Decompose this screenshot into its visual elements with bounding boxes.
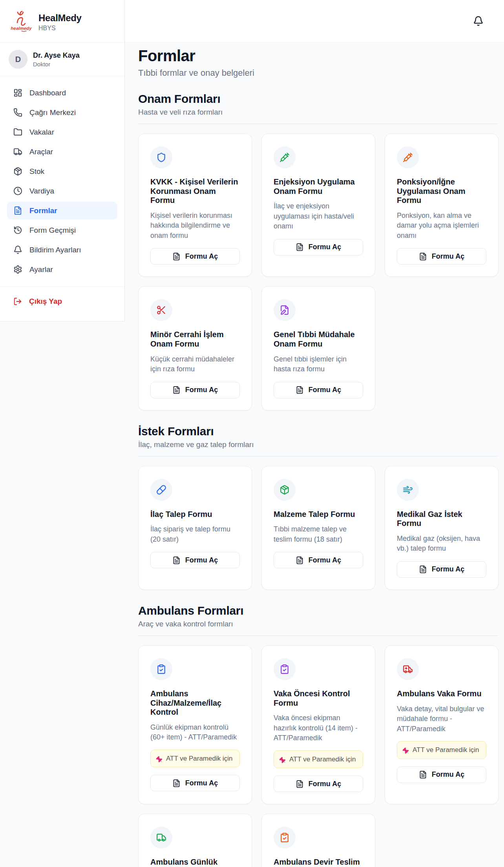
card-grid: İlaç Talep Formu İlaç sipariş ve talep f… <box>138 466 499 590</box>
card-grid: KVKK - Kişisel Verilerin Korunması Onam … <box>138 133 499 411</box>
truck-icon <box>13 147 22 156</box>
section-divider <box>138 124 499 124</box>
layout-dashboard-icon <box>13 88 22 97</box>
clipboard-check-icon <box>279 832 290 843</box>
card-title: Genel Tıbbi Müdahale Onam Formu <box>274 330 363 349</box>
form-sections: Onam Formları Hasta ve veli rıza formlar… <box>138 92 499 867</box>
sidebar-item-label: Stok <box>29 167 44 176</box>
card-description: Ponksiyon, kan alma ve damar yolu açma i… <box>397 211 486 241</box>
open-form-button[interactable]: Formu Aç <box>274 552 363 568</box>
logout-button[interactable]: Çıkış Yap <box>7 292 117 310</box>
ambulance-icon <box>403 664 413 674</box>
sidebar-item-label: Formlar <box>29 206 57 215</box>
open-form-button-label: Formu Aç <box>309 386 341 394</box>
file-text-icon <box>419 770 427 779</box>
sidebar-item-label: Vardiya <box>29 187 54 195</box>
file-text-icon <box>172 556 181 564</box>
open-form-button[interactable]: Formu Aç <box>397 561 486 578</box>
open-form-button[interactable]: Formu Aç <box>397 248 486 265</box>
brand-name: HealMedy <box>38 13 82 24</box>
card-icon-circle <box>150 658 172 680</box>
syringe-icon <box>279 152 290 162</box>
open-form-button[interactable]: Formu Aç <box>150 775 240 791</box>
section-subtitle: Hasta ve veli rıza formları <box>138 108 499 117</box>
open-form-button[interactable]: Formu Aç <box>150 248 240 265</box>
brand-product: HBYS <box>38 25 82 32</box>
sidebar-item-label: Bildirim Ayarları <box>29 246 81 254</box>
page-subtitle: Tıbbi formlar ve onay belgeleri <box>138 68 499 78</box>
form-card: İlaç Talep Formu İlaç sipariş ve talep f… <box>138 466 252 590</box>
bell-icon <box>13 245 22 254</box>
open-form-button[interactable]: Formu Aç <box>274 776 363 792</box>
form-card: Vaka Öncesi Kontrol Formu Vaka öncesi ek… <box>261 645 375 804</box>
open-form-button[interactable]: Formu Aç <box>150 382 240 398</box>
card-description: Küçük cerrahi müdahaleler için rıza form… <box>150 354 240 374</box>
sidebar-item-label: Ayarlar <box>29 265 53 274</box>
healmedy-logo: healmedy <box>9 9 34 35</box>
file-text-icon <box>172 252 181 261</box>
open-form-button[interactable]: Formu Aç <box>274 239 363 256</box>
card-description: Vaka öncesi ekipman hazırlık kontrolü (1… <box>274 713 363 743</box>
form-card: Ambulans Devir Teslim Formu Araç devir t… <box>261 814 375 867</box>
clipboard-check-icon <box>156 664 166 674</box>
sidebar-item-ara-lar[interactable]: Araçlar <box>7 143 117 161</box>
card-title: Ambulans Devir Teslim Formu <box>274 858 363 867</box>
card-title: KVKK - Kişisel Verilerin Korunması Onam … <box>150 177 240 205</box>
log-out-icon <box>13 297 22 306</box>
file-text-icon <box>296 386 304 394</box>
sidebar-item-formlar[interactable]: Formlar <box>7 202 117 219</box>
card-description: Genel tıbbi işlemler için hasta rıza for… <box>274 354 363 374</box>
truck-icon <box>156 832 166 843</box>
open-form-button-label: Formu Aç <box>432 565 464 573</box>
form-card: Malzeme Talep Formu Tıbbi malzeme talep … <box>261 466 375 590</box>
open-form-button[interactable]: Formu Aç <box>150 552 240 568</box>
card-role-badge: ATT ve Paramedik için <box>397 741 486 759</box>
sidebar-item-ayarlar[interactable]: Ayarlar <box>7 261 117 278</box>
svg-text:healmedy: healmedy <box>11 26 32 31</box>
card-icon-circle <box>274 299 296 321</box>
card-icon-circle <box>150 827 172 849</box>
sidebar-item-label: Dashboard <box>29 89 66 97</box>
notifications-bell-button[interactable] <box>471 13 486 29</box>
sidebar-item-stok[interactable]: Stok <box>7 162 117 180</box>
pill-icon <box>156 485 166 495</box>
sidebar-item-dashboard[interactable]: Dashboard <box>7 84 117 102</box>
page-title: Formlar <box>138 47 499 65</box>
form-card: Ambulans Vaka Formu Vaka detay, vital bu… <box>385 645 499 804</box>
topbar <box>125 0 504 42</box>
card-title: Medikal Gaz İstek Formu <box>397 510 486 528</box>
file-text-icon <box>13 206 22 215</box>
sidebar-item-vardiya[interactable]: Vardiya <box>7 182 117 200</box>
open-form-button-label: Formu Aç <box>185 386 218 394</box>
card-description: İlaç ve enjeksiyon uygulaması için hasta… <box>274 201 363 232</box>
form-card: Genel Tıbbi Müdahale Onam Formu Genel tı… <box>261 286 375 410</box>
open-form-button-label: Formu Aç <box>432 770 464 779</box>
card-title: Minör Cerrahi İşlem Onam Formu <box>150 330 240 349</box>
user-name: Dr. Ayse Kaya <box>33 51 80 60</box>
card-title: Ambulans Cihaz/Malzeme/İlaç Kontrol <box>150 689 240 717</box>
pushpin-icon <box>402 747 410 754</box>
sidebar-item-label: Çağrı Merkezi <box>29 108 76 117</box>
open-form-button[interactable]: Formu Aç <box>274 382 363 398</box>
app-root: healmedy HealMedy HBYS D Dr. Ayse Kaya D… <box>0 0 504 867</box>
file-text-icon <box>419 252 427 261</box>
file-text-icon <box>172 386 181 394</box>
form-card: Ambulans Cihaz/Malzeme/İlaç Kontrol Günl… <box>138 645 252 804</box>
sidebar-item--a-r-merkezi[interactable]: Çağrı Merkezi <box>7 104 117 121</box>
brand-header: healmedy HealMedy HBYS <box>0 0 124 43</box>
section-title: İstek Formları <box>138 425 499 438</box>
sidebar-item-form-ge-mi-i[interactable]: Form Geçmişi <box>7 221 117 239</box>
form-card: Minör Cerrahi İşlem Onam Formu Küçük cer… <box>138 286 252 410</box>
card-icon-circle <box>274 146 296 168</box>
card-title: Ambulans Vaka Formu <box>397 689 486 699</box>
sidebar-item-bildirim-ayarlar-[interactable]: Bildirim Ayarları <box>7 241 117 259</box>
card-title: Enjeksiyon Uygulama Onam Formu <box>274 177 363 196</box>
card-icon-circle <box>397 479 419 501</box>
form-card: Ambulans Günlük Kontrol Formu Araç genel… <box>138 814 252 867</box>
open-form-button-label: Formu Aç <box>309 780 341 788</box>
form-card: Enjeksiyon Uygulama Onam Formu İlaç ve e… <box>261 133 375 277</box>
sidebar-item-vakalar[interactable]: Vakalar <box>7 123 117 141</box>
sidebar-item-label: Araçlar <box>29 148 53 156</box>
file-text-icon <box>296 556 304 564</box>
open-form-button[interactable]: Formu Aç <box>397 767 486 783</box>
